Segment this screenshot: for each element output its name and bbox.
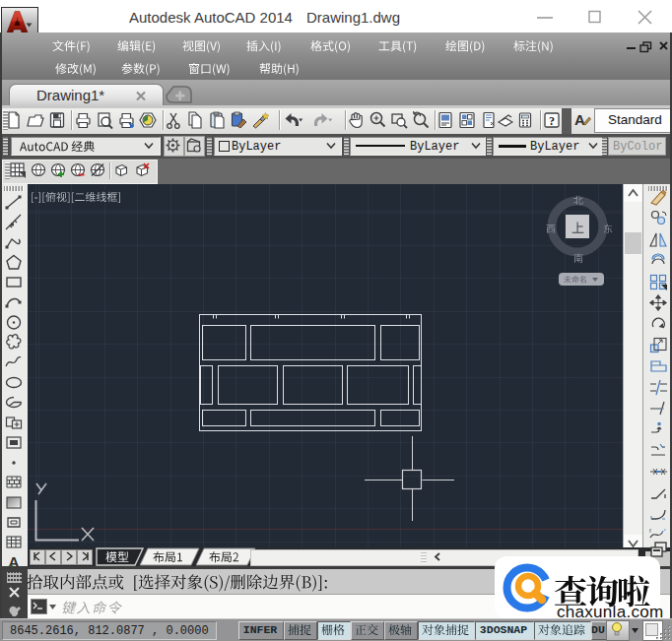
svg-text:?: ?: [549, 114, 555, 128]
svg-text:A: A: [574, 111, 585, 128]
svg-text:f: f: [649, 528, 651, 534]
